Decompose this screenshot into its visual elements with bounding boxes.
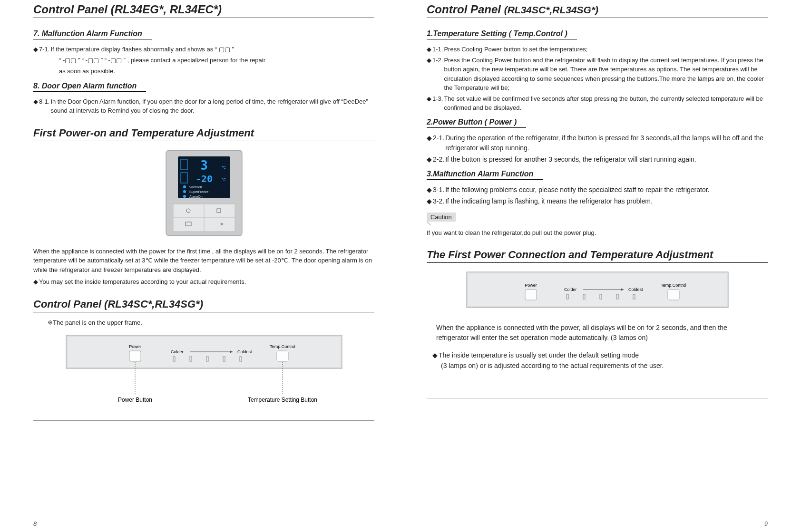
first-conn-bullet-2: (3 lamps on) or is adjusted according to… — [427, 362, 768, 369]
page-number: 8 — [33, 520, 37, 527]
svg-text:Colder: Colder — [564, 287, 577, 292]
svg-text:AlarmOn: AlarmOn — [189, 195, 203, 198]
svg-text:3: 3 — [200, 158, 208, 173]
heading-first-connection: The First Power Connection and Temperatu… — [427, 249, 768, 263]
svg-text:Vacation: Vacation — [189, 185, 202, 189]
heading-panel2: Control Panel (RL34SC*,RL34SG*) — [33, 298, 374, 312]
svg-text:Coldest: Coldest — [628, 287, 643, 292]
svg-text:-20: -20 — [195, 173, 212, 184]
svg-rect-24 — [129, 351, 141, 361]
heading-1: 1.Temperature Setting ( Temp.Control ) — [427, 29, 577, 39]
page-right: Control Panel (RL34SC*,RL34SG*) 1.Temper… — [400, 0, 801, 532]
heading-2: 2.Power Button ( Power ) — [427, 118, 526, 128]
item-7-1-line2: “ -▢▢ ” “ -▢▢ ” “ -▢▢ ” , please contact… — [59, 56, 374, 65]
item-3-2: ◆3-2. If the indicating lamp is flashing… — [427, 196, 768, 206]
heading-8: 8. Door Open Alarm function — [33, 82, 146, 92]
svg-text:Temp.Control: Temp.Control — [270, 344, 295, 349]
caution-label: Caution — [427, 213, 456, 222]
svg-text:SuperFreeze: SuperFreeze — [189, 190, 209, 194]
svg-point-10 — [183, 190, 186, 193]
svg-point-8 — [183, 185, 186, 188]
svg-text:Temp.Control: Temp.Control — [661, 283, 686, 288]
panel-note: ※The panel is on the upper frame. — [48, 319, 374, 326]
item-7-1: ◆7-1. If the temperature display flashes… — [33, 45, 374, 54]
svg-point-12 — [183, 195, 186, 198]
panel-strip-illustration-2: Power Colder Coldest Temp.Control — [427, 270, 768, 314]
caution-text: If you want to clean the refrigerator,do… — [427, 228, 768, 238]
panel-strip-illustration: Power Colder Coldest Temp.Control Power … — [33, 333, 374, 406]
heading-first-power: First Power-on and Temperature Adjustmen… — [33, 127, 374, 141]
first-conn-para: When the appliance is connected with the… — [427, 323, 768, 343]
svg-rect-54 — [668, 290, 679, 300]
svg-text:Power Button: Power Button — [117, 397, 152, 403]
svg-text:✕: ✕ — [220, 222, 224, 227]
item-7-1-line3: as soon as possible. — [59, 67, 374, 76]
item-3-1: ◆3-1. If the following problems occur, p… — [427, 185, 768, 195]
first-power-para: When the appliance is connected with the… — [33, 247, 374, 275]
item-8-1: ◆8-1. In the Door Open Alarm function, i… — [33, 97, 374, 116]
svg-text:Power: Power — [525, 283, 537, 288]
svg-text:℃: ℃ — [222, 178, 226, 182]
heading-3: 3.Malfunction Alarm Function — [427, 170, 543, 180]
svg-text:Temperature Setting Button: Temperature Setting Button — [247, 397, 317, 403]
svg-text:Coldest: Coldest — [237, 349, 252, 354]
item-1-1: ◆1-1. Press Cooling Power button to set … — [427, 45, 768, 54]
page-number: 9 — [764, 520, 768, 527]
item-2-1: ◆2-1. During the operation of the refrig… — [427, 133, 768, 153]
svg-rect-35 — [277, 351, 288, 361]
display-panel-illustration: 3 ℃ -20 ℃ Vacation SuperFreeze AlarmOn ✕ — [33, 148, 374, 240]
svg-text:℃: ℃ — [222, 165, 226, 170]
item-1-2: ◆1-2. Press the Cooling Power button and… — [427, 56, 768, 93]
page-left: Control Panel (RL34EG*, RL34EC*) 7. Malf… — [0, 0, 400, 532]
heading-7: 7. Malfunction Alarm Function — [33, 29, 152, 39]
page-title: Control Panel (RL34EG*, RL34EC*) — [33, 3, 374, 18]
svg-rect-43 — [525, 290, 537, 300]
first-power-bullet: ◆You may set the inside temperatures acc… — [33, 277, 374, 287]
page-title: Control Panel (RL34SC*,RL34SG*) — [427, 3, 768, 18]
item-1-3: ◆1-3. The set value will be confirmed fi… — [427, 94, 768, 113]
item-2-2: ◆2-2. If the button is pressed for anoth… — [427, 155, 768, 164]
first-conn-bullet: ◆The inside temperature is usually set u… — [427, 350, 768, 360]
svg-text:Power: Power — [129, 344, 141, 349]
svg-text:Colder: Colder — [171, 349, 184, 354]
